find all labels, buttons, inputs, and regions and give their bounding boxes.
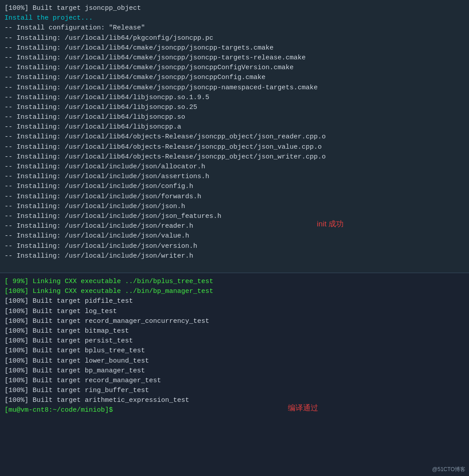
terminal-bottom-panel: [ 99%] Linking CXX executable ../bin/bpl… <box>0 272 469 476</box>
terminal-line: [ 99%] Linking CXX executable ../bin/bpl… <box>4 277 465 287</box>
terminal-line: Install the project... <box>4 13 465 23</box>
init-annotation: init 成功 <box>317 219 344 230</box>
terminal-line: [100%] Built target bitmap_test <box>4 326 465 336</box>
terminal-line: [100%] Built target jsoncpp_object <box>4 4 465 13</box>
terminal-line: -- Installing: /usr/local/include/json/v… <box>4 242 465 251</box>
terminal-line: [100%] Built target pidfile_test <box>4 296 465 306</box>
terminal-line: -- Installing: /usr/local/lib64/libjsonc… <box>4 93 465 103</box>
terminal-line: -- Installing: /usr/local/lib64/objects-… <box>4 132 465 142</box>
terminal-line: -- Installing: /usr/local/include/json/r… <box>4 221 465 231</box>
terminal-line: -- Install configuration: "Release" <box>4 23 465 33</box>
terminal-line: [100%] Built target log_test <box>4 307 465 317</box>
terminal-line: [100%] Built target lower_bound_test <box>4 356 465 366</box>
terminal-line: [100%] Built target bplus_tree_test <box>4 346 465 356</box>
terminal-line: [100%] Built target persist_test <box>4 336 465 346</box>
terminal-line: [100%] Built target record_manager_test <box>4 376 465 386</box>
terminal-line: -- Installing: /usr/local/lib64/objects-… <box>4 142 465 152</box>
terminal-line: -- Installing: /usr/local/include/json/a… <box>4 172 465 182</box>
terminal-line: -- Installing: /usr/local/lib64/pkgconfi… <box>4 33 465 43</box>
terminal-line: -- Installing: /usr/local/lib64/cmake/js… <box>4 63 465 73</box>
bottom-output-lines: [ 99%] Linking CXX executable ../bin/bpl… <box>4 277 465 416</box>
terminal-line: -- Installing: /usr/local/lib64/libjsonc… <box>4 122 465 132</box>
terminal-line: [100%] Built target ring_buffer_test <box>4 386 465 396</box>
terminal-line: -- Installing: /usr/local/include/json/f… <box>4 192 465 202</box>
terminal-line: [100%] Built target record_manager_concu… <box>4 317 465 326</box>
terminal-line: -- Installing: /usr/local/include/json/v… <box>4 231 465 241</box>
terminal-line: [100%] Built target bp_manager_test <box>4 366 465 376</box>
terminal-line: [100%] Built target arithmetic_expressio… <box>4 396 465 405</box>
terminal-line: -- Installing: /usr/local/lib64/cmake/js… <box>4 43 465 53</box>
compile-annotation: 编译通过 <box>288 403 318 414</box>
terminal-line: -- Installing: /usr/local/lib64/cmake/js… <box>4 53 465 63</box>
terminal-line: -- Installing: /usr/local/lib64/cmake/js… <box>4 73 465 83</box>
terminal-line: -- Installing: /usr/local/lib64/cmake/js… <box>4 83 465 93</box>
terminal-line: -- Installing: /usr/local/lib64/libjsonc… <box>4 113 465 122</box>
terminal-line: -- Installing: /usr/local/lib64/libjsonc… <box>4 103 465 113</box>
top-output-lines: [100%] Built target jsoncpp_objectInstal… <box>4 4 465 261</box>
terminal-line: -- Installing: /usr/local/include/json/w… <box>4 251 465 261</box>
terminal-prompt: [mu@vm-cnt8:~/code/miniob]$ <box>4 405 465 415</box>
terminal-line: -- Installing: /usr/local/lib64/objects-… <box>4 152 465 162</box>
terminal-line: -- Installing: /usr/local/include/json/j… <box>4 212 465 221</box>
terminal-line: -- Installing: /usr/local/include/json/c… <box>4 182 465 192</box>
terminal-top-panel: [100%] Built target jsoncpp_objectInstal… <box>0 0 469 272</box>
terminal-line: -- Installing: /usr/local/include/json/a… <box>4 162 465 172</box>
terminal-line: -- Installing: /usr/local/include/json/j… <box>4 202 465 212</box>
terminal-line: [100%] Linking CXX executable ../bin/bp_… <box>4 287 465 296</box>
watermark: @51CTO博客 <box>432 466 465 473</box>
